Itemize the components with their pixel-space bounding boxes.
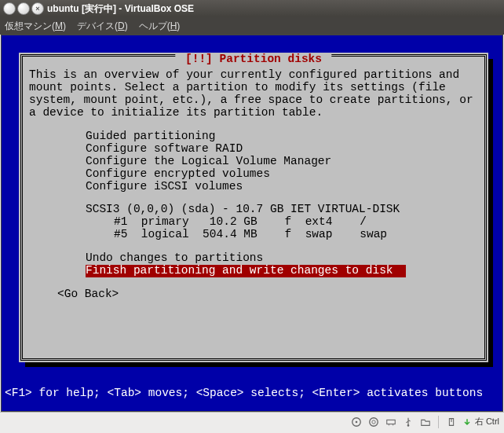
partition-dialog: [!!] Partition disks This is an overview… bbox=[19, 53, 488, 362]
menu-vm[interactable]: 仮想マシン(M) bbox=[5, 20, 66, 33]
host-key-label: 右 Ctrl bbox=[475, 416, 499, 427]
window-controls: × bbox=[3, 2, 44, 15]
finish-partitioning[interactable]: Finish partitioning and write changes to… bbox=[86, 265, 478, 277]
disk-header[interactable]: SCSI3 (0,0,0) (sda) - 10.7 GB IET VIRTUA… bbox=[86, 204, 478, 216]
dialog-body-text: This is an overview of your currently co… bbox=[29, 69, 478, 119]
dialog-shadow bbox=[25, 362, 493, 367]
menu-guided[interactable]: Guided partitioning bbox=[86, 130, 478, 143]
host-key-indicator: 右 Ctrl bbox=[462, 416, 499, 427]
disk-icon[interactable] bbox=[350, 416, 363, 428]
maximize-button[interactable] bbox=[17, 2, 30, 15]
menu-raid[interactable]: Configure software RAID bbox=[86, 143, 478, 156]
optical-drive-icon[interactable] bbox=[367, 416, 380, 428]
dialog-frame: [!!] Partition disks This is an overview… bbox=[20, 54, 487, 361]
svg-point-7 bbox=[407, 424, 410, 427]
window-titlebar: × ubuntu [実行中] - VirtualBox OSE bbox=[0, 0, 504, 17]
arrow-down-icon bbox=[462, 417, 472, 427]
app-menubar: 仮想マシン(M) デバイス(D) ヘルプ(H) bbox=[0, 17, 504, 35]
menu-lvm[interactable]: Configure the Logical Volume Manager bbox=[86, 156, 478, 168]
svg-rect-4 bbox=[387, 420, 396, 424]
vm-framebuffer: [!!] Partition disks This is an overview… bbox=[1, 35, 503, 412]
svg-point-1 bbox=[356, 420, 358, 423]
partition-menu: Guided partitioning Configure software R… bbox=[86, 130, 478, 193]
minimize-button[interactable] bbox=[3, 2, 16, 15]
mouse-integration-icon[interactable] bbox=[445, 416, 458, 428]
close-window-button[interactable]: × bbox=[31, 2, 44, 15]
usb-icon[interactable] bbox=[402, 416, 415, 428]
menu-device[interactable]: デバイス(D) bbox=[77, 20, 128, 33]
menu-encrypted[interactable]: Configure encrypted volumes bbox=[86, 168, 478, 181]
dialog-shadow bbox=[488, 59, 493, 367]
action-block: Undo changes to partitions Finish partit… bbox=[86, 252, 478, 277]
svg-point-2 bbox=[370, 417, 378, 426]
menu-help[interactable]: ヘルプ(H) bbox=[139, 20, 181, 33]
svg-point-3 bbox=[372, 420, 375, 423]
shared-folder-icon[interactable] bbox=[419, 416, 432, 428]
go-back-button[interactable]: <Go Back> bbox=[57, 288, 478, 301]
statusbar-separator bbox=[438, 416, 439, 428]
vm-statusbar: 右 Ctrl bbox=[0, 412, 504, 431]
dialog-title: [!!] Partition disks bbox=[175, 53, 331, 66]
partition-row[interactable]: #5 logical 504.4 MB f swap swap bbox=[114, 229, 478, 241]
partition-row[interactable]: #1 primary 10.2 GB f ext4 / bbox=[114, 216, 478, 229]
help-line: <F1> for help; <Tab> moves; <Space> sele… bbox=[5, 387, 483, 400]
menu-iscsi[interactable]: Configure iSCSI volumes bbox=[86, 181, 478, 193]
window-title: ubuntu [実行中] - VirtualBox OSE bbox=[47, 2, 194, 16]
network-icon[interactable] bbox=[385, 416, 397, 428]
undo-changes[interactable]: Undo changes to partitions bbox=[86, 252, 478, 265]
